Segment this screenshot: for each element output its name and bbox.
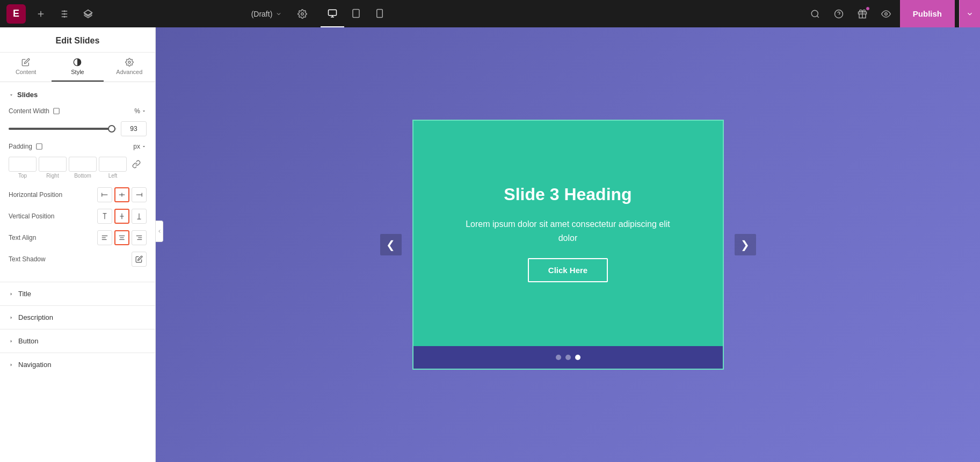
padding-label: Padding <box>9 143 133 150</box>
h-pos-center-button[interactable] <box>114 187 129 202</box>
padding-row: Padding px <box>9 143 147 150</box>
search-button[interactable] <box>805 4 825 24</box>
description-accordion-header[interactable]: Description <box>0 306 155 329</box>
main-layout: Edit Slides Content Style Advanced Slide… <box>0 27 980 462</box>
description-accordion: Description <box>0 305 155 329</box>
content-width-label: Content Width <box>9 107 134 115</box>
navigation-accordion-header[interactable]: Navigation <box>0 353 155 376</box>
svg-point-25 <box>128 61 130 63</box>
button-accordion-header[interactable]: Button <box>0 329 155 353</box>
h-pos-right-button[interactable] <box>132 187 147 202</box>
unit-selector[interactable]: % <box>134 107 147 115</box>
customize-button[interactable] <box>56 5 73 23</box>
h-pos-left-button[interactable] <box>97 187 112 202</box>
elementor-logo[interactable]: E <box>6 4 26 24</box>
topbar: E (Draft) <box>0 0 980 27</box>
text-align-label: Text Align <box>9 234 97 241</box>
description-label: Description <box>18 313 53 321</box>
draft-selector[interactable]: (Draft) <box>245 6 289 21</box>
title-accordion: Title <box>0 282 155 305</box>
sidebar: Edit Slides Content Style Advanced Slide… <box>0 27 156 462</box>
slides-inner: Content Width % <box>0 103 155 277</box>
topbar-left: E <box>0 4 156 24</box>
collapse-sidebar-button[interactable] <box>156 221 163 242</box>
slide-description: Lorem ipsum dolor sit amet consectetur a… <box>455 217 681 245</box>
padding-left-wrap: Left <box>99 157 127 179</box>
padding-unit-label: px <box>133 143 140 150</box>
vertical-position-label: Vertical Position <box>9 212 97 220</box>
tab-style[interactable]: Style <box>52 53 103 82</box>
canvas: ❮ Slide 3 Heading Lorem ipsum dolor sit … <box>156 27 980 462</box>
title-accordion-header[interactable]: Title <box>0 282 155 305</box>
add-element-button[interactable] <box>32 5 49 23</box>
padding-right-wrap: Right <box>39 157 67 179</box>
tablet-view-button[interactable] <box>344 0 368 27</box>
topbar-center: (Draft) <box>156 0 481 27</box>
draft-label: (Draft) <box>251 10 273 18</box>
content-width-slider[interactable] <box>9 128 117 130</box>
svg-point-9 <box>301 12 304 15</box>
tab-style-label: Style <box>71 69 84 75</box>
padding-unit-control: px <box>133 143 147 150</box>
text-align-right-button[interactable] <box>132 230 147 245</box>
slides-section: Slides Content Width % <box>0 82 155 282</box>
publish-dropdown-button[interactable] <box>959 0 980 27</box>
navigation-accordion: Navigation <box>0 353 155 376</box>
content-width-input[interactable] <box>121 121 147 136</box>
tab-advanced[interactable]: Advanced <box>104 53 155 82</box>
slider-next-button[interactable]: ❯ <box>735 234 756 255</box>
settings-button[interactable] <box>293 4 312 24</box>
slide-heading: Slide 3 Heading <box>504 185 631 204</box>
slide-content: Slide 3 Heading Lorem ipsum dolor sit am… <box>413 121 723 346</box>
sidebar-tabs: Content Style Advanced <box>0 53 155 82</box>
nav-dot-2[interactable] <box>565 355 571 360</box>
text-shadow-edit-button[interactable] <box>132 252 147 267</box>
tab-content[interactable]: Content <box>0 53 52 82</box>
mobile-view-button[interactable] <box>368 0 391 27</box>
layers-button[interactable] <box>79 5 97 23</box>
gift-button[interactable] <box>853 4 872 24</box>
slider-thumb[interactable] <box>108 125 115 133</box>
padding-bottom-input[interactable] <box>69 157 97 172</box>
slide-cta-button[interactable]: Click Here <box>528 258 608 282</box>
sidebar-title: Edit Slides <box>11 36 144 46</box>
desktop-view-button[interactable] <box>321 0 344 27</box>
padding-left-input[interactable] <box>99 157 127 172</box>
tab-content-label: Content <box>16 69 37 75</box>
v-pos-middle-button[interactable] <box>114 209 129 224</box>
text-align-left-button[interactable] <box>97 230 112 245</box>
button-accordion: Button <box>0 329 155 353</box>
padding-top-input[interactable] <box>9 157 37 172</box>
padding-link-icon[interactable] <box>129 157 144 172</box>
topbar-right: Publish <box>805 0 980 27</box>
slider-prev-button[interactable]: ❮ <box>380 234 402 255</box>
help-button[interactable] <box>829 4 848 24</box>
svg-line-18 <box>817 16 818 17</box>
text-align-buttons <box>97 230 147 245</box>
title-label: Title <box>18 290 31 298</box>
preview-button[interactable] <box>876 4 896 24</box>
v-pos-top-button[interactable] <box>97 209 112 224</box>
slider-nav-dots <box>413 346 723 369</box>
horizontal-position-buttons <box>97 187 147 202</box>
button-label: Button <box>18 337 39 345</box>
padding-unit-selector[interactable]: px <box>133 143 147 150</box>
nav-dot-3[interactable] <box>575 355 580 360</box>
text-align-center-button[interactable] <box>114 230 129 245</box>
padding-right-label: Right <box>46 173 59 179</box>
horizontal-position-label: Horizontal Position <box>9 191 97 199</box>
sidebar-header: Edit Slides <box>0 27 155 53</box>
padding-inputs: Top Right Bottom Left <box>9 157 127 179</box>
v-pos-bottom-button[interactable] <box>132 209 147 224</box>
slides-section-header[interactable]: Slides <box>0 86 155 103</box>
text-shadow-buttons <box>132 252 147 267</box>
padding-right-input[interactable] <box>39 157 67 172</box>
text-shadow-label: Text Shadow <box>9 255 132 263</box>
svg-rect-27 <box>37 144 42 150</box>
svg-point-23 <box>885 12 888 15</box>
padding-bottom-label: Bottom <box>74 173 91 179</box>
nav-dot-1[interactable] <box>556 355 561 360</box>
unit-label: % <box>134 107 140 115</box>
padding-top-wrap: Top <box>9 157 37 179</box>
publish-button[interactable]: Publish <box>900 0 955 27</box>
